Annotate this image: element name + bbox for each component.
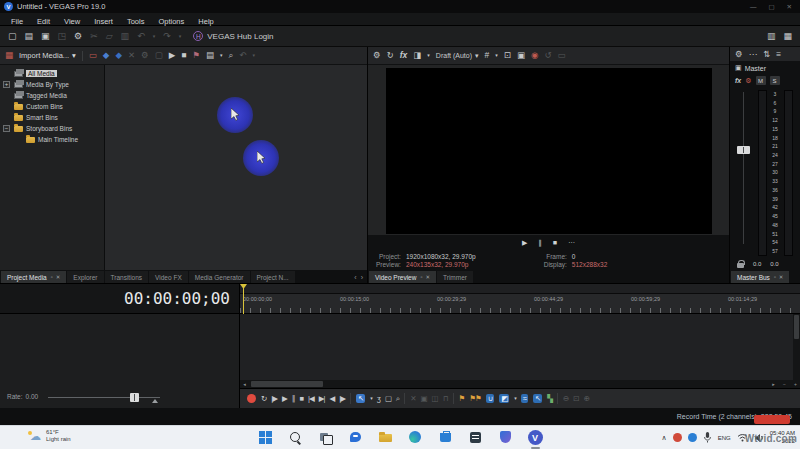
language-indicator[interactable]: ENG: [718, 435, 731, 441]
paste-icon[interactable]: ▥: [121, 32, 130, 41]
downmix-icon[interactable]: ⇅: [763, 50, 770, 59]
views-icon[interactable]: ▤: [206, 51, 214, 60]
preview-play-button[interactable]: ▶: [522, 239, 527, 247]
loop-preview-icon[interactable]: ↺: [544, 51, 551, 60]
taskview-button[interactable]: [318, 430, 333, 445]
insert-marker-button[interactable]: ⚑: [459, 395, 465, 403]
tree-item[interactable]: Custom Bins: [0, 101, 104, 112]
split-screen-caret-icon[interactable]: ▾: [427, 53, 430, 58]
minimize-button[interactable]: —: [750, 3, 757, 11]
lock-envelopes-button[interactable]: ≈: [521, 394, 528, 404]
notes-app-button[interactable]: [468, 430, 483, 445]
redo-icon[interactable]: ↷: [163, 32, 171, 41]
scrollbar-thumb[interactable]: [794, 315, 799, 339]
defender-app-button[interactable]: [498, 430, 513, 445]
insert-region-button[interactable]: ⚑⚑: [469, 395, 480, 403]
event-properties-icon[interactable]: ◫: [432, 395, 438, 403]
tree-item[interactable]: Main Timeline: [0, 134, 104, 145]
hidden-icons-chevron[interactable]: ∧: [662, 434, 667, 442]
overlays-caret-icon[interactable]: ▾: [495, 53, 498, 58]
separator[interactable]: [557, 393, 558, 404]
zoom-in-edit-icon[interactable]: ⊕: [584, 395, 589, 403]
play-button[interactable]: ▶: [282, 395, 287, 403]
vegas-taskbar-button[interactable]: V: [528, 430, 543, 445]
dock-tab[interactable]: Video FX ▫ ✕: [149, 271, 188, 283]
copy-icon[interactable]: ▱: [106, 32, 113, 41]
microphone-icon[interactable]: [703, 431, 712, 444]
window-layout-icon[interactable]: ▦: [783, 32, 792, 41]
vertical-scrollbar[interactable]: [793, 314, 800, 380]
next-frame-button[interactable]: |▶: [339, 395, 345, 403]
expander-icon[interactable]: +: [3, 81, 10, 88]
timecode-display[interactable]: 00:00:00;00: [0, 284, 239, 314]
auto-ripple-button[interactable]: ◩: [499, 394, 509, 404]
properties-icon[interactable]: ⚙: [74, 32, 82, 41]
save-icon[interactable]: ▣: [41, 32, 50, 41]
search-media-icon[interactable]: ⌕: [229, 51, 234, 60]
play-from-start-button[interactable]: |▶: [271, 395, 277, 403]
capture-video-icon[interactable]: ▭: [89, 51, 97, 60]
tray-notification-icon[interactable]: [673, 433, 682, 442]
chat-button[interactable]: [348, 430, 363, 445]
overlays-grid-icon[interactable]: #: [485, 51, 490, 60]
selection-tool-button[interactable]: ▢: [385, 395, 391, 403]
undo-caret-icon[interactable]: ▾: [153, 34, 156, 39]
record-button[interactable]: [247, 394, 256, 403]
menu-item[interactable]: Edit: [30, 17, 57, 26]
close-button[interactable]: ✕: [787, 3, 792, 11]
zoom-selection-icon[interactable]: ⊡: [573, 395, 578, 403]
store-button[interactable]: [438, 430, 453, 445]
dock-tab[interactable]: Explorer ▫ ✕: [67, 271, 103, 283]
preview-quality-button[interactable]: Draft (Auto) ▾: [436, 52, 479, 60]
rate-slider[interactable]: [48, 397, 160, 398]
remove-media-icon[interactable]: ✕: [128, 51, 135, 60]
media-list-area[interactable]: [105, 65, 367, 270]
preview-more-button[interactable]: ⋯: [568, 239, 575, 247]
tree-item[interactable]: + Media By Type: [0, 79, 104, 90]
preview-stop-icon[interactable]: ■: [181, 51, 186, 60]
zoom-out-icon[interactable]: −: [780, 380, 789, 388]
tree-item[interactable]: Smart Bins: [0, 112, 104, 123]
lock-icon[interactable]: [737, 260, 744, 268]
close-icon[interactable]: ✕: [56, 274, 61, 280]
preview-pause-button[interactable]: ∥: [538, 239, 542, 247]
media-tag-icon[interactable]: ⚑: [192, 51, 200, 60]
tab-scroll-right-icon[interactable]: ›: [361, 274, 363, 281]
preview-stop-button[interactable]: ■: [553, 239, 557, 246]
open-in-trimmer-icon[interactable]: ▣: [421, 395, 427, 403]
tab-scroll-left-icon[interactable]: ‹: [354, 274, 356, 281]
loop-playback-button[interactable]: ↻: [261, 395, 266, 403]
menu-item[interactable]: View: [57, 17, 87, 26]
menu-item[interactable]: Options: [151, 17, 191, 26]
zoom-tool-button[interactable]: ⌕: [396, 395, 399, 403]
lock-event-icon[interactable]: ⊓: [443, 395, 448, 403]
dock-tab[interactable]: Project N... ▫ ✕: [251, 271, 295, 283]
email-frame-icon[interactable]: ▭: [558, 51, 566, 60]
new-project-icon[interactable]: ▢: [8, 32, 17, 41]
master-fader[interactable]: [737, 90, 750, 256]
edit-tool-caret-icon[interactable]: ▾: [370, 396, 372, 401]
go-to-start-button[interactable]: |◀: [308, 395, 314, 403]
menu-item[interactable]: File: [4, 17, 30, 26]
menu-item[interactable]: Insert: [87, 17, 120, 26]
split-screen-icon[interactable]: ◨: [413, 51, 421, 60]
cut-icon[interactable]: ✂: [90, 32, 98, 41]
scroll-right-icon[interactable]: ▸: [769, 380, 778, 388]
go-to-end-button[interactable]: ▶|: [319, 395, 325, 403]
auto-ripple-caret-icon[interactable]: ▾: [514, 396, 516, 401]
separator[interactable]: [404, 393, 405, 404]
marker-lane[interactable]: [240, 284, 800, 294]
vegas-hub-login-button[interactable]: H VEGAS Hub Login: [193, 31, 273, 41]
stop-button[interactable]: ■: [300, 395, 304, 403]
fader-value-right[interactable]: 0.0: [770, 261, 778, 267]
dock-tab[interactable]: Master Bus ▫ ✕: [731, 271, 789, 283]
render-as-icon[interactable]: ◳: [58, 32, 67, 41]
timeline-body[interactable]: [240, 314, 800, 380]
time-ruler[interactable]: 00:00:00;0000:00:15;0000:00:29;2900:00:4…: [240, 294, 800, 314]
close-icon[interactable]: ✕: [425, 274, 430, 280]
mixer-icon[interactable]: ≡: [776, 50, 781, 59]
edge-button[interactable]: [408, 430, 423, 445]
dock-tab[interactable]: Video Preview ▫ ✕: [369, 271, 436, 283]
previous-frame-button[interactable]: ◀: [330, 395, 335, 403]
ignore-grouping-button[interactable]: ↖: [533, 394, 542, 404]
